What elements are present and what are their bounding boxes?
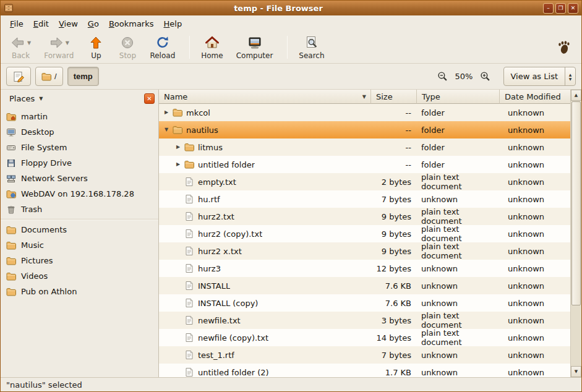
toolbar-home-button[interactable]: Home bbox=[196, 32, 228, 62]
collapse-expander-icon[interactable]: ▼ bbox=[161, 121, 171, 138]
text-file-icon bbox=[184, 350, 194, 360]
modified-cell: unknown bbox=[500, 104, 570, 121]
file-row-empty-txt[interactable]: empty.txt2 bytesplain text documentunkno… bbox=[159, 173, 570, 190]
file-row-untitled-folder-2[interactable]: untitled folder (2)1.7 KBunknownunknown bbox=[159, 364, 570, 377]
menu-item-edit[interactable]: Edit bbox=[28, 17, 54, 30]
close-sidebar-button[interactable]: ✕ bbox=[144, 93, 155, 104]
file-name: nautilus bbox=[186, 126, 218, 135]
scrollbar-thumb[interactable] bbox=[571, 101, 581, 305]
path-root-label: / bbox=[54, 72, 57, 81]
expand-expander-icon[interactable]: ▶ bbox=[173, 156, 183, 173]
file-row-test-1-rtf[interactable]: test_1.rtf7 bytesunknownunknown bbox=[159, 346, 570, 364]
sidebar-item-trash[interactable]: Trash bbox=[1, 202, 158, 217]
file-row-hurz3[interactable]: hurz312 bytesunknownunknown bbox=[159, 260, 570, 277]
search-icon bbox=[304, 35, 319, 50]
sidebar-item-videos[interactable]: Videos bbox=[1, 268, 158, 284]
column-header-name[interactable]: Name▼ bbox=[159, 90, 371, 104]
toolbar-computer-button[interactable]: Computer bbox=[231, 32, 278, 62]
sidebar-item-pictures[interactable]: Pictures bbox=[1, 253, 158, 268]
toolbar-up-button[interactable]: Up bbox=[82, 32, 110, 62]
places-selector[interactable]: Places ▼ bbox=[4, 92, 48, 105]
file-row-hurz2-txt[interactable]: hurz2.txt9 bytesplain text documentunkno… bbox=[159, 208, 570, 225]
modified-cell: unknown bbox=[500, 121, 570, 138]
toolbar-search-button[interactable]: Search bbox=[294, 32, 329, 62]
file-row-hurz2-x-txt[interactable]: hurz2 x.txt9 bytesplain text documentunk… bbox=[159, 242, 570, 260]
path-root-button[interactable]: / bbox=[35, 67, 63, 86]
dropdown-arrow-icon[interactable]: ▼ bbox=[66, 40, 69, 46]
text-file-icon bbox=[184, 315, 194, 325]
path-current-label: temp bbox=[74, 72, 93, 81]
expand-expander-icon[interactable]: ▶ bbox=[161, 104, 171, 121]
dropdown-arrow-icon[interactable]: ▼ bbox=[27, 40, 31, 46]
sidebar-item-floppy-drive[interactable]: Floppy Drive bbox=[1, 155, 158, 171]
sidebar-item-file-system[interactable]: File System bbox=[1, 140, 158, 155]
titlebar[interactable]: temp - File Browser –❐✕ bbox=[1, 1, 581, 15]
menu-item-file[interactable]: File bbox=[5, 17, 28, 30]
toolbar-back-button[interactable]: ▼Back bbox=[6, 32, 36, 62]
path-current-button[interactable]: temp bbox=[67, 67, 99, 86]
menu-item-bookmarks[interactable]: Bookmarks bbox=[104, 17, 159, 30]
column-header-modified[interactable]: Date Modified bbox=[500, 90, 570, 104]
modified-cell: unknown bbox=[500, 346, 570, 364]
toolbar-forward-button[interactable]: ▼Forward bbox=[39, 32, 79, 62]
toolbar-button-label: Reload bbox=[150, 51, 175, 60]
minimize-button[interactable]: – bbox=[543, 3, 554, 14]
toolbar-icon-row: ▼ bbox=[11, 35, 31, 51]
maximize-button[interactable]: ❐ bbox=[555, 3, 566, 14]
text-file-icon bbox=[184, 194, 194, 204]
file-row-hurz2-copy-txt[interactable]: hurz2 (copy).txt9 bytesplain text docume… bbox=[159, 225, 570, 242]
toolbar-stop-button[interactable]: Stop bbox=[113, 32, 142, 62]
menu-item-go[interactable]: Go bbox=[83, 17, 104, 30]
size-cell: 9 bytes bbox=[371, 208, 417, 225]
sidebar-item-webdav-on-192-168-178-28[interactable]: WebDAV on 192.168.178.28 bbox=[1, 186, 158, 202]
file-row-mkcol[interactable]: ▶mkcol--folderunknown bbox=[159, 104, 570, 121]
scroll-up-button[interactable]: ▲ bbox=[571, 90, 581, 101]
modified-cell: unknown bbox=[500, 138, 570, 156]
sidebar-item-desktop[interactable]: Desktop bbox=[1, 124, 158, 140]
trash-icon bbox=[6, 205, 16, 215]
sidebar-item-martin[interactable]: martin bbox=[1, 109, 158, 124]
scroll-down-button[interactable]: ▼ bbox=[571, 366, 581, 377]
sidebar-item-pub-on-athlon[interactable]: Pub on Athlon bbox=[1, 284, 158, 299]
column-header-type[interactable]: Type bbox=[417, 90, 500, 104]
vertical-scrollbar[interactable]: ▲ ▼ bbox=[570, 90, 581, 377]
reload-icon bbox=[155, 35, 170, 50]
network-icon bbox=[6, 174, 16, 184]
scrollbar-track[interactable] bbox=[571, 101, 581, 366]
expand-expander-icon[interactable]: ▶ bbox=[173, 138, 183, 156]
file-row-newfile-copy-txt[interactable]: newfile (copy).txt14 bytesplain text doc… bbox=[159, 329, 570, 346]
file-row-untitled-folder[interactable]: ▶untitled folder--folderunknown bbox=[159, 156, 570, 173]
menu-item-help[interactable]: Help bbox=[159, 17, 187, 30]
sidebar-item-music[interactable]: Music bbox=[1, 237, 158, 253]
file-row-install[interactable]: INSTALL7.6 KBunknownunknown bbox=[159, 277, 570, 294]
column-header-size[interactable]: Size bbox=[371, 90, 417, 104]
folder-icon bbox=[173, 108, 182, 117]
toolbar: ▼Back▼ForwardUpStopReloadHomeComputerSea… bbox=[1, 32, 581, 64]
combo-arrows-icon[interactable]: ▲▼ bbox=[565, 67, 575, 85]
sidebar-item-label: Music bbox=[21, 241, 44, 250]
list-header: Name▼SizeTypeDate Modified bbox=[159, 90, 570, 104]
modified-cell: unknown bbox=[500, 208, 570, 225]
toolbar-button-label: Stop bbox=[119, 51, 136, 60]
toolbar-reload-button[interactable]: Reload bbox=[145, 32, 180, 62]
menu-item-view[interactable]: View bbox=[54, 17, 83, 30]
file-row-litmus[interactable]: ▶litmus--folderunknown bbox=[159, 138, 570, 156]
modified-cell: unknown bbox=[500, 364, 570, 377]
type-cell: unknown bbox=[417, 294, 500, 312]
home-icon bbox=[205, 35, 220, 50]
sidebar-item-documents[interactable]: Documents bbox=[1, 222, 158, 237]
edit-location-button[interactable] bbox=[6, 67, 31, 86]
zoom-in-button[interactable] bbox=[478, 69, 492, 84]
file-name: mkcol bbox=[186, 108, 210, 117]
close-button[interactable]: ✕ bbox=[568, 3, 578, 14]
view-mode-select[interactable]: View as List ▲▼ bbox=[503, 67, 576, 86]
modified-cell: unknown bbox=[500, 190, 570, 208]
file-row-nautilus[interactable]: ▼nautilus--folderunknown bbox=[159, 121, 570, 138]
file-row-newfile-txt[interactable]: newfile.txt3 bytesplain text documentunk… bbox=[159, 312, 570, 329]
file-row-install-copy[interactable]: INSTALL (copy)7.6 KBunknownunknown bbox=[159, 294, 570, 312]
sidebar-item-network-servers[interactable]: Network Servers bbox=[1, 171, 158, 186]
file-name: INSTALL (copy) bbox=[198, 299, 258, 308]
zoom-out-button[interactable] bbox=[436, 69, 450, 84]
toolbar-icon-row bbox=[304, 35, 319, 51]
file-row-hu-rtf[interactable]: hu.rtf7 bytesunknownunknown bbox=[159, 190, 570, 208]
